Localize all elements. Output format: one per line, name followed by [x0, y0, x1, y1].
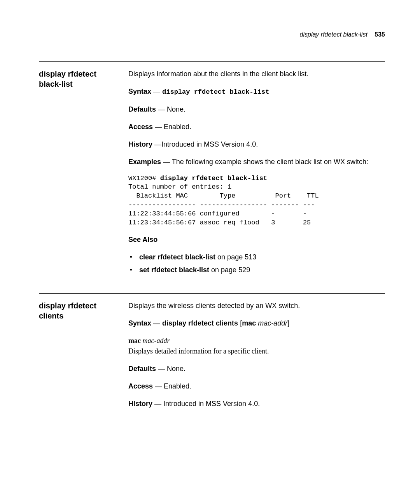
page-header: display rfdetect black-list 535	[39, 31, 385, 38]
history-text: — Introduced in MSS Version 4.0.	[152, 400, 260, 408]
syntax-dash: —	[151, 319, 162, 327]
syntax-row: Syntax — display rfdetect black-list	[128, 86, 385, 97]
defaults-label: Defaults	[128, 105, 156, 113]
defaults-text: — None.	[156, 365, 186, 373]
syntax-bracket-open: [	[238, 319, 242, 327]
cli-prompt: WX1200#	[128, 175, 160, 182]
cli-cmd: display rfdetect black-list	[160, 175, 267, 182]
param-bold: mac	[128, 337, 141, 345]
access-row: Access — Enabled.	[128, 122, 385, 132]
header-pagenum: 535	[374, 31, 385, 38]
access-text: — Enabled.	[153, 123, 191, 131]
access-row: Access — Enabled.	[128, 381, 385, 392]
list-item: clear rfdetect black-list on page 513	[130, 252, 385, 262]
examples-label: Examples	[128, 158, 161, 166]
examples-text: — The following example shows the client…	[161, 158, 368, 166]
access-label: Access	[128, 382, 153, 390]
cli-output: Total number of entries: 1 Blacklist MAC…	[128, 183, 319, 226]
defaults-row: Defaults — None.	[128, 104, 385, 115]
section-display-rfdetect-black-list: display rfdetect black-list Displays inf…	[39, 61, 385, 278]
defaults-label: Defaults	[128, 365, 156, 373]
header-title: display rfdetect black-list	[300, 31, 368, 38]
access-text: — Enabled.	[153, 382, 191, 390]
examples-row: Examples — The following example shows t…	[128, 157, 385, 167]
syntax-cmd: display rfdetect black-list	[162, 88, 269, 96]
param-desc: Displays detailed information for a spec…	[128, 346, 385, 357]
intro-text: Displays the wireless clients detected b…	[128, 301, 385, 311]
see-also-suffix: on page 529	[209, 266, 250, 274]
syntax-row: Syntax — display rfdetect clients [mac m…	[128, 318, 385, 329]
syntax-cmd: display rfdetect clients	[162, 319, 238, 327]
section-display-rfdetect-clients: display rfdetect clients Displays the wi…	[39, 293, 385, 416]
section-heading: display rfdetect clients	[39, 301, 121, 416]
syntax-label: Syntax	[128, 319, 151, 327]
history-text: —Introduced in MSS Version 4.0.	[152, 140, 258, 148]
access-label: Access	[128, 123, 153, 131]
see-also-suffix: on page 513	[215, 253, 256, 261]
see-also-cmd: set rfdetect black-list	[139, 266, 209, 274]
syntax-label: Syntax	[128, 88, 151, 95]
syntax-macaddr: mac-addr	[256, 319, 287, 327]
param-row: mac mac-addr Displays detailed informati…	[128, 336, 385, 357]
syntax-dash: —	[151, 88, 162, 95]
intro-text: Displays information abut the clients in…	[128, 69, 385, 79]
section-body: Displays the wireless clients detected b…	[128, 301, 385, 416]
cli-block: WX1200# display rfdetect black-list Tota…	[128, 174, 385, 228]
see-also-heading: See Also	[128, 234, 385, 245]
param-ital: mac-addr	[141, 337, 170, 345]
history-row: History —Introduced in MSS Version 4.0.	[128, 139, 385, 150]
syntax-mac: mac	[242, 319, 256, 327]
defaults-row: Defaults — None.	[128, 364, 385, 374]
see-also-label: See Also	[128, 236, 158, 243]
param-line: mac mac-addr	[128, 336, 385, 346]
section-body: Displays information abut the clients in…	[128, 69, 385, 278]
syntax-bracket-close: ]	[287, 319, 289, 327]
history-label: History	[128, 140, 152, 148]
see-also-list: clear rfdetect black-list on page 513 se…	[128, 252, 385, 275]
list-item: set rfdetect black-list on page 529	[130, 265, 385, 275]
history-row: History — Introduced in MSS Version 4.0.	[128, 399, 385, 409]
history-label: History	[128, 400, 152, 408]
defaults-text: — None.	[156, 105, 186, 113]
see-also-cmd: clear rfdetect black-list	[139, 253, 215, 261]
section-heading: display rfdetect black-list	[39, 69, 121, 278]
